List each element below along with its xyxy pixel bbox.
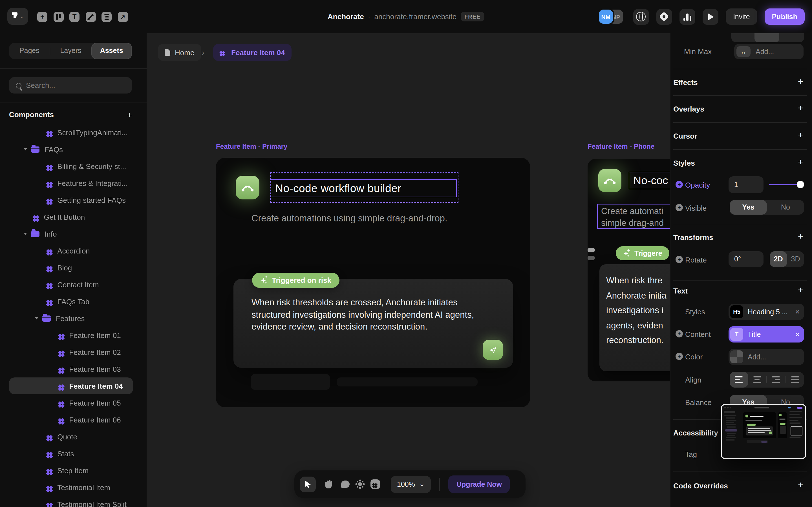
tab-pages[interactable]: Pages xyxy=(9,43,50,59)
caret-down-icon[interactable] xyxy=(24,233,27,235)
text-header: Text xyxy=(673,287,688,295)
frame-label-primary[interactable]: Feature Item · Primary xyxy=(216,143,287,151)
content-reset-icon[interactable]: + xyxy=(675,330,683,337)
breadcrumb-home[interactable]: Home xyxy=(158,44,201,61)
breadcrumb-current[interactable]: Feature Item 04 xyxy=(213,44,292,61)
text-style-pill[interactable]: H5 Heading 5 ... × xyxy=(728,304,804,320)
selected-text-field[interactable]: No-coc xyxy=(629,172,670,189)
tree-item[interactable]: ScrollTypingAnimati... xyxy=(9,124,133,141)
caret-down-icon[interactable] xyxy=(35,317,38,320)
screenshot-preview[interactable] xyxy=(721,404,806,459)
feature-card-phone[interactable]: No-coc Create automati simple drag-and T… xyxy=(588,159,670,381)
tab-assets[interactable]: Assets xyxy=(91,43,132,59)
tree-item[interactable]: Features & Integrati... xyxy=(9,175,133,191)
caret-down-icon[interactable] xyxy=(24,148,27,151)
canvas[interactable]: Home › Feature Item 04 Feature Item · Pr… xyxy=(147,33,670,507)
tree-item-selected[interactable]: Feature Item 04 xyxy=(9,378,133,394)
color-reset-icon[interactable]: + xyxy=(675,353,683,360)
tree-item[interactable]: Feature Item 05 xyxy=(9,394,133,411)
tree-folder[interactable]: Info xyxy=(9,225,133,242)
add-component-button[interactable]: + xyxy=(127,110,132,119)
tree-item[interactable]: Feature Item 06 xyxy=(9,411,133,428)
zoom-dropdown[interactable]: 100% ⌄ xyxy=(391,476,431,493)
tree-item-label: Feature Item 03 xyxy=(69,365,121,373)
tree-item[interactable]: Feature Item 01 xyxy=(9,327,133,344)
remove-content-icon[interactable]: × xyxy=(795,330,800,339)
invite-button[interactable]: Invite xyxy=(726,8,757,25)
component-icon xyxy=(46,435,50,439)
add-effect-button[interactable]: + xyxy=(798,77,803,86)
breadcrumb-current-label: Feature Item 04 xyxy=(231,48,285,57)
tree-item[interactable]: Blog xyxy=(9,259,133,276)
frame-label-phone[interactable]: Feature Item - Phone xyxy=(588,143,654,151)
publish-button[interactable]: Publish xyxy=(765,8,805,25)
tree-item[interactable]: Step Item xyxy=(9,462,133,479)
tree-folder[interactable]: FAQs xyxy=(9,141,133,158)
page-icon xyxy=(165,49,170,56)
tab-layers[interactable]: Layers xyxy=(50,43,91,59)
tree-item[interactable]: Getting started FAQs xyxy=(9,191,133,209)
arrows-horizontal-icon: ↔ xyxy=(737,46,751,57)
add-text-style-button[interactable]: + xyxy=(798,286,803,295)
bar-chart-icon xyxy=(683,13,691,20)
plugins-button[interactable] xyxy=(656,9,672,24)
tree-item[interactable]: Contact Item xyxy=(9,276,133,293)
balance-label: Balance xyxy=(685,398,712,407)
tree-item[interactable]: Accordion xyxy=(9,242,133,259)
site-settings-button[interactable] xyxy=(633,9,649,24)
opacity-input[interactable]: 1 xyxy=(728,176,763,193)
3d-option[interactable]: 3D xyxy=(787,251,804,267)
visible-yes-option[interactable]: Yes xyxy=(730,200,767,215)
components-panel-button[interactable] xyxy=(370,480,380,489)
feature-card-primary[interactable]: No-code workflow builder Create automati… xyxy=(216,158,530,407)
opacity-reset-icon[interactable]: + xyxy=(675,181,683,188)
avatar[interactable]: NM xyxy=(599,10,613,24)
tree-item[interactable]: Feature Item 02 xyxy=(9,344,133,360)
remove-style-icon[interactable]: × xyxy=(795,307,800,316)
divider xyxy=(673,122,807,123)
color-picker[interactable]: Add... xyxy=(728,349,804,365)
tree-item[interactable]: Stats xyxy=(9,445,133,462)
select-tool-button[interactable] xyxy=(300,476,316,492)
tree-item-label: Blog xyxy=(57,263,72,272)
rotate-reset-icon[interactable]: + xyxy=(675,256,683,263)
rotate-input[interactable]: 0° xyxy=(728,251,763,267)
upgrade-button[interactable]: Upgrade Now xyxy=(449,475,510,493)
opacity-slider-knob[interactable] xyxy=(797,181,804,188)
tree-folder[interactable]: Features xyxy=(9,310,133,327)
comment-tool-button[interactable] xyxy=(341,481,350,488)
tree-item[interactable]: Testimonial Item Split xyxy=(9,496,133,507)
add-transform-button[interactable]: + xyxy=(798,232,803,241)
tree-item[interactable]: Feature Item 03 xyxy=(9,360,133,378)
selected-text-field[interactable]: No-code workflow builder xyxy=(271,179,457,197)
tree-item-label: FAQs Tab xyxy=(57,297,89,305)
minmax-input[interactable]: ↔ Add... xyxy=(734,44,804,59)
align-center-button[interactable] xyxy=(748,372,766,388)
breadcrumb-separator: › xyxy=(202,44,204,61)
2d-option[interactable]: 2D xyxy=(770,251,787,267)
search-input[interactable]: Search... xyxy=(9,77,132,94)
card-title-fragment: No-coc xyxy=(629,174,668,187)
add-overlay-button[interactable]: + xyxy=(798,104,803,113)
tree-item[interactable]: FAQs Tab xyxy=(9,293,133,310)
theme-toggle-button[interactable] xyxy=(358,482,362,486)
tree-item[interactable]: Get It Button xyxy=(9,209,133,225)
add-cursor-button[interactable]: + xyxy=(798,131,803,140)
add-code-override-button[interactable]: + xyxy=(798,481,803,490)
selected-text-block[interactable]: Create automati simple drag-and xyxy=(597,204,670,229)
content-binding-pill[interactable]: T Title × xyxy=(728,326,804,342)
tree-item[interactable]: Billing & Security st... xyxy=(9,158,133,175)
visible-reset-icon[interactable]: + xyxy=(675,204,683,211)
tree-item[interactable]: Testimonial Item xyxy=(9,479,133,496)
align-justify-button[interactable] xyxy=(786,372,804,388)
pan-tool-button[interactable] xyxy=(324,480,333,489)
align-right-button[interactable] xyxy=(767,372,785,388)
visible-no-option[interactable]: No xyxy=(767,200,804,215)
align-left-button[interactable] xyxy=(730,372,748,388)
preview-button[interactable] xyxy=(703,9,718,24)
analytics-button[interactable] xyxy=(679,9,695,24)
add-style-button[interactable]: + xyxy=(798,158,803,167)
description-line: When risk thre xyxy=(606,273,666,288)
tree-item[interactable]: Quote xyxy=(9,428,133,445)
feature-icon-tile xyxy=(236,176,259,200)
